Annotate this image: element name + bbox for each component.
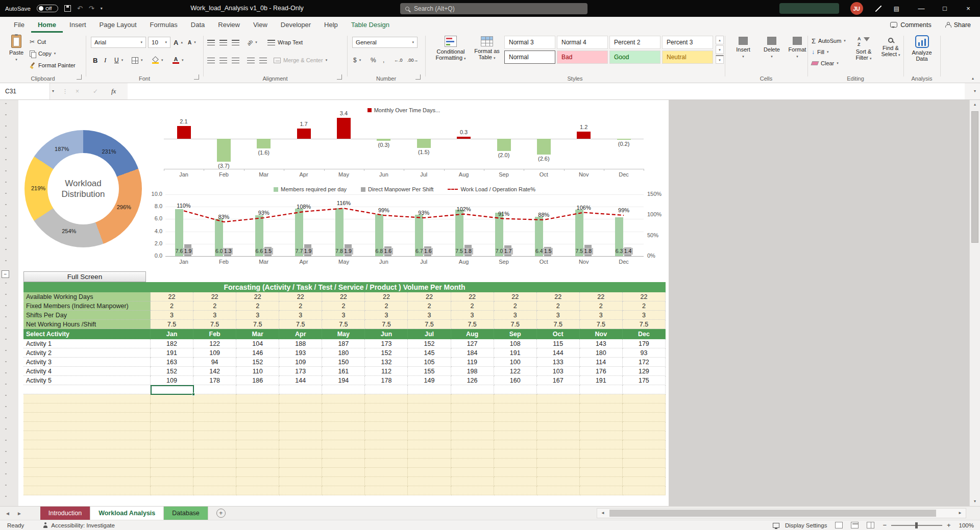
gallery-more-button[interactable]: ▾ <box>716 55 724 64</box>
cell[interactable]: 7.5 <box>451 320 494 329</box>
redo-button[interactable]: ↷ <box>89 0 94 17</box>
cell[interactable]: 184 <box>451 348 494 358</box>
cell[interactable]: 93 <box>623 348 666 358</box>
cell[interactable]: 22 <box>494 292 537 301</box>
cell[interactable] <box>408 403 451 413</box>
cell[interactable]: 182 <box>151 339 193 348</box>
cell[interactable] <box>236 431 279 440</box>
cell[interactable]: 142 <box>193 367 236 376</box>
cell[interactable]: Dec <box>623 329 666 339</box>
cell[interactable]: Jul <box>408 329 451 339</box>
cell[interactable] <box>623 449 666 459</box>
cell[interactable] <box>623 403 666 413</box>
cell[interactable] <box>408 477 451 486</box>
cell[interactable] <box>494 385 537 394</box>
cell[interactable]: Aug <box>451 329 494 339</box>
cell[interactable]: 145 <box>408 348 451 358</box>
cell[interactable] <box>494 422 537 431</box>
cell[interactable] <box>279 468 322 477</box>
cell[interactable] <box>279 459 322 468</box>
cell[interactable] <box>494 459 537 468</box>
cell[interactable] <box>279 449 322 459</box>
cell[interactable] <box>537 403 580 413</box>
cell[interactable]: 7.5 <box>494 320 537 329</box>
search-box[interactable]: Search (Alt+Q) <box>400 3 587 14</box>
number-dialog-launcher[interactable] <box>415 74 421 80</box>
style-neutral[interactable]: Neutral <box>662 51 713 64</box>
cell[interactable]: 7.5 <box>580 320 623 329</box>
cell[interactable]: 3 <box>193 311 236 320</box>
cell[interactable]: 7.5 <box>623 320 666 329</box>
prev-sheet-button[interactable]: ◄ <box>5 511 10 516</box>
cell[interactable] <box>322 385 365 394</box>
sheet-tab-database[interactable]: Database <box>164 507 208 520</box>
cell[interactable] <box>623 431 666 440</box>
share-button[interactable]: Share <box>945 21 971 29</box>
cell[interactable]: 146 <box>236 348 279 358</box>
cell[interactable]: 2 <box>193 301 236 311</box>
cell[interactable]: 143 <box>580 339 623 348</box>
cell[interactable]: 3 <box>322 311 365 320</box>
cell[interactable]: 173 <box>365 339 408 348</box>
cell[interactable] <box>537 449 580 459</box>
cell[interactable] <box>494 403 537 413</box>
cell[interactable]: 3 <box>408 311 451 320</box>
cell[interactable]: 188 <box>279 339 322 348</box>
cell[interactable] <box>322 468 365 477</box>
ribbon-tab-help[interactable]: Help <box>317 17 345 33</box>
cell[interactable] <box>151 468 193 477</box>
cell[interactable]: 22 <box>193 292 236 301</box>
align-bottom-button[interactable] <box>232 37 239 47</box>
cell[interactable]: 172 <box>623 358 666 367</box>
cell[interactable]: 7.5 <box>279 320 322 329</box>
cell[interactable]: 103 <box>537 367 580 376</box>
style-normal-3[interactable]: Normal 3 <box>504 36 555 49</box>
cell[interactable] <box>580 468 623 477</box>
cell[interactable]: 7.5 <box>408 320 451 329</box>
cell[interactable]: 7.5 <box>365 320 408 329</box>
borders-button[interactable]: ▾ <box>132 55 143 65</box>
cell[interactable]: 112 <box>365 367 408 376</box>
ribbon-display-icon[interactable]: ▤ <box>894 5 899 12</box>
cell[interactable] <box>580 413 623 422</box>
cell[interactable] <box>537 459 580 468</box>
cell[interactable] <box>451 449 494 459</box>
cell[interactable] <box>365 385 408 394</box>
cell[interactable] <box>236 449 279 459</box>
cell[interactable] <box>623 394 666 403</box>
cell[interactable] <box>322 431 365 440</box>
cell[interactable]: 152 <box>408 339 451 348</box>
cell[interactable] <box>580 449 623 459</box>
cell[interactable]: 152 <box>151 367 193 376</box>
ribbon-tab-formulas[interactable]: Formulas <box>143 17 184 33</box>
cell[interactable]: 7.5 <box>322 320 365 329</box>
cell[interactable] <box>151 403 193 413</box>
style-good[interactable]: Good <box>609 51 660 64</box>
cell[interactable] <box>494 394 537 403</box>
merge-center-button[interactable]: Merge & Center▾ <box>274 55 327 65</box>
cell[interactable] <box>236 385 279 394</box>
cell[interactable]: 167 <box>537 376 580 385</box>
cell[interactable] <box>279 431 322 440</box>
full-screen-button[interactable]: Full Screen <box>23 271 146 282</box>
align-right-button[interactable] <box>232 55 239 65</box>
cell[interactable] <box>623 477 666 486</box>
cell[interactable]: 191 <box>151 348 193 358</box>
cell[interactable] <box>580 440 623 449</box>
ribbon-tab-insert[interactable]: Insert <box>63 17 93 33</box>
next-sheet-button[interactable]: ► <box>17 511 22 516</box>
align-top-button[interactable] <box>207 37 215 47</box>
italic-button[interactable]: I <box>104 55 106 65</box>
cell[interactable]: 126 <box>451 376 494 385</box>
outline-collapse-button[interactable]: − <box>2 270 9 278</box>
cell[interactable] <box>623 422 666 431</box>
zoom-out-button[interactable]: − <box>883 521 887 529</box>
selected-cell[interactable] <box>151 385 194 395</box>
autosum-button[interactable]: ΣAutoSum▾ <box>812 36 846 46</box>
cell[interactable]: Jan <box>151 329 193 339</box>
cell[interactable]: 2 <box>623 301 666 311</box>
cell[interactable]: 191 <box>494 348 537 358</box>
cell[interactable] <box>451 468 494 477</box>
cell[interactable] <box>537 440 580 449</box>
delete-cells-button[interactable]: Delete▾ <box>760 35 784 60</box>
